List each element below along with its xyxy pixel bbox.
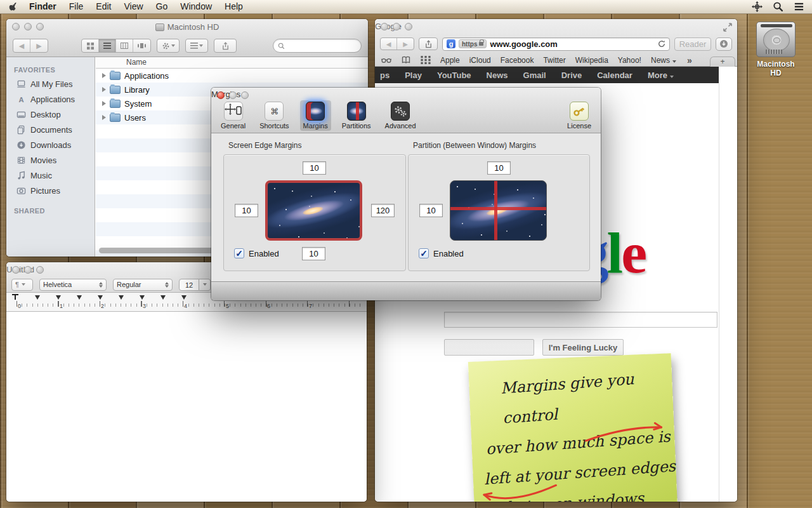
coverflow-view-button[interactable] bbox=[133, 39, 150, 52]
nav-calendar[interactable]: Calendar bbox=[597, 70, 632, 80]
list-icon[interactable] bbox=[794, 1, 804, 12]
nav-news[interactable]: News bbox=[487, 70, 508, 80]
address-bar[interactable]: g https www.google.com bbox=[442, 37, 670, 51]
forward-button[interactable]: ▶ bbox=[397, 38, 414, 50]
feeling-lucky-button[interactable]: I'm Feeling Lucky bbox=[542, 339, 624, 356]
minimize-button[interactable] bbox=[24, 23, 32, 30]
menu-item-edit[interactable]: Edit bbox=[89, 0, 117, 13]
google-search-button[interactable] bbox=[444, 339, 534, 356]
icon-view-button[interactable] bbox=[82, 39, 99, 52]
move-icon[interactable] bbox=[752, 1, 763, 12]
apple-menu-icon[interactable] bbox=[9, 2, 19, 12]
safari-titlebar[interactable]: Google ◀ ▶ g https www.goog bbox=[375, 19, 737, 67]
back-button[interactable]: ◀ bbox=[13, 39, 30, 52]
bookmarks-icon[interactable] bbox=[401, 56, 411, 64]
bookmark-twitter[interactable]: Twitter bbox=[543, 56, 565, 65]
sidebar-item-all-my-files[interactable]: All My Files bbox=[6, 76, 95, 91]
zoom-button[interactable] bbox=[36, 23, 44, 30]
partition-left-field[interactable] bbox=[419, 204, 443, 217]
tab-stop-icon[interactable] bbox=[181, 295, 187, 300]
search-input[interactable] bbox=[273, 39, 362, 53]
menu-item-window[interactable]: Window bbox=[174, 0, 218, 13]
tab-stop-icon[interactable] bbox=[98, 295, 103, 300]
screen-edge-enabled-checkbox[interactable]: ✓ bbox=[234, 248, 244, 258]
sidebar-item-pictures[interactable]: Pictures bbox=[6, 183, 95, 198]
minimize-button[interactable] bbox=[24, 266, 32, 274]
top-margin-field[interactable] bbox=[303, 161, 326, 175]
share-button[interactable] bbox=[214, 39, 237, 53]
arrange-menu-button[interactable] bbox=[185, 39, 208, 53]
disclosure-triangle-icon[interactable] bbox=[102, 73, 106, 78]
top-sites-icon[interactable] bbox=[421, 56, 431, 64]
minimize-button[interactable] bbox=[229, 91, 237, 99]
font-size-dropdown[interactable] bbox=[199, 279, 211, 291]
search-icon[interactable] bbox=[773, 1, 783, 12]
tab-advanced[interactable]: Advanced bbox=[382, 100, 419, 131]
tab-general[interactable]: General bbox=[218, 100, 249, 131]
bookmark-facebook[interactable]: Facebook bbox=[501, 56, 534, 65]
close-button[interactable] bbox=[12, 266, 20, 274]
zoom-button[interactable] bbox=[241, 91, 249, 99]
share-button[interactable] bbox=[419, 37, 438, 50]
close-button[interactable] bbox=[381, 23, 388, 30]
bottom-margin-field[interactable] bbox=[302, 247, 325, 260]
tab-stop-icon[interactable] bbox=[140, 295, 145, 300]
downloads-button[interactable] bbox=[716, 37, 732, 51]
tab-partitions[interactable]: Partitions bbox=[339, 100, 374, 131]
disclosure-triangle-icon[interactable] bbox=[102, 87, 106, 92]
sidebar-item-desktop[interactable]: Desktop bbox=[6, 107, 95, 122]
tab-license[interactable]: License bbox=[564, 100, 594, 131]
menu-item-finder[interactable]: Finder bbox=[23, 0, 63, 13]
tab-shortcuts[interactable]: ⌘ Shortcuts bbox=[256, 100, 292, 131]
left-margin-field[interactable] bbox=[235, 204, 258, 217]
list-view-button[interactable] bbox=[99, 39, 116, 52]
action-menu-button[interactable] bbox=[157, 39, 180, 53]
indent-marker-icon[interactable] bbox=[12, 294, 18, 295]
partition-enabled-checkbox[interactable]: ✓ bbox=[419, 248, 429, 258]
back-button[interactable]: ◀ bbox=[381, 38, 397, 50]
dialog-titlebar[interactable]: Margins General ⌘ Shortcuts Margins bbox=[211, 88, 601, 133]
tab-stop-icon[interactable] bbox=[160, 295, 166, 300]
close-button[interactable] bbox=[12, 23, 20, 30]
new-tab-button[interactable]: + bbox=[710, 57, 735, 67]
nav-more[interactable]: More bbox=[648, 70, 674, 80]
font-size-field[interactable]: 12 bbox=[179, 279, 199, 291]
column-view-button[interactable] bbox=[116, 39, 133, 52]
bookmark-yahoo[interactable]: Yahoo! bbox=[618, 56, 641, 65]
paragraph-style-dropdown[interactable]: ¶ bbox=[11, 279, 33, 291]
document-area[interactable] bbox=[6, 312, 367, 502]
menu-item-file[interactable]: File bbox=[63, 0, 90, 13]
tab-stop-icon[interactable] bbox=[56, 295, 61, 300]
zoom-button[interactable] bbox=[36, 266, 44, 274]
bookmark-news[interactable]: News bbox=[651, 56, 676, 65]
minimize-button[interactable] bbox=[393, 23, 400, 30]
close-button[interactable] bbox=[217, 91, 225, 99]
tab-stop-icon[interactable] bbox=[35, 295, 40, 300]
font-style-dropdown[interactable]: Regular bbox=[113, 279, 173, 291]
fullscreen-icon[interactable] bbox=[723, 23, 732, 32]
reading-list-icon[interactable] bbox=[381, 56, 391, 64]
desktop-icon-macintosh-hd[interactable]: Macintosh HD bbox=[752, 22, 799, 77]
sidebar-item-downloads[interactable]: Downloads bbox=[6, 137, 95, 152]
forward-button[interactable]: ▶ bbox=[30, 39, 48, 52]
finder-titlebar[interactable]: Macintosh HD ◀ ▶ bbox=[6, 19, 368, 57]
file-row-applications[interactable]: Applications bbox=[96, 69, 368, 83]
font-family-dropdown[interactable]: Helvetica bbox=[39, 279, 107, 291]
zoom-button[interactable] bbox=[405, 23, 412, 30]
tab-stop-icon[interactable] bbox=[119, 295, 124, 300]
right-margin-field[interactable] bbox=[371, 204, 395, 217]
nav-drive[interactable]: Drive bbox=[561, 70, 582, 80]
disclosure-triangle-icon[interactable] bbox=[102, 101, 106, 106]
google-search-input[interactable] bbox=[444, 312, 717, 328]
menu-item-help[interactable]: Help bbox=[218, 0, 249, 13]
menu-item-go[interactable]: Go bbox=[150, 0, 174, 13]
tab-stop-icon[interactable] bbox=[77, 295, 82, 300]
reader-button[interactable]: Reader bbox=[674, 37, 711, 51]
nav-maps[interactable]: ps bbox=[380, 70, 390, 80]
nav-play[interactable]: Play bbox=[405, 70, 422, 80]
sidebar-item-music[interactable]: Music bbox=[6, 168, 95, 183]
sidebar-item-documents[interactable]: Documents bbox=[6, 122, 95, 137]
sidebar-item-applications[interactable]: A Applications bbox=[6, 91, 95, 107]
tab-margins[interactable]: Margins bbox=[300, 100, 331, 131]
sidebar-item-movies[interactable]: Movies bbox=[6, 152, 95, 168]
